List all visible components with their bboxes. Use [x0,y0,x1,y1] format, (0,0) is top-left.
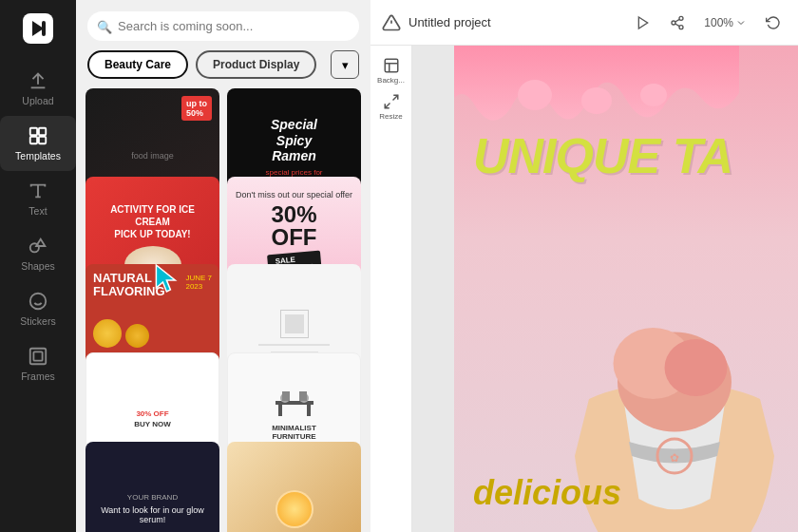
resize-label: Resize [379,112,402,121]
canvas-area: UNIQUE TA [412,46,798,532]
undo-icon [766,15,781,30]
svg-rect-17 [282,391,290,401]
sidebar: Upload Templates Text Shapes Stickers [0,0,76,532]
sidebar-item-frames[interactable]: Frames [0,336,76,391]
drip-decoration [454,46,739,141]
svg-line-25 [675,24,680,27]
svg-rect-13 [278,405,282,416]
svg-rect-5 [39,137,46,143]
svg-point-22 [679,16,683,20]
filter-bar: Beauty Care Product Display ▾ [76,50,370,88]
search-input[interactable] [87,11,359,41]
svg-point-30 [518,80,552,110]
background-label: Backg... [377,76,405,85]
play-button[interactable] [630,10,656,36]
app-logo[interactable] [19,10,57,48]
svg-rect-18 [299,391,307,401]
svg-rect-3 [39,128,46,135]
svg-point-32 [640,84,667,106]
sidebar-item-shapes[interactable]: Shapes [0,226,76,281]
svg-marker-21 [639,17,648,28]
play-icon [636,15,651,30]
background-tool[interactable]: Backg... [374,53,408,87]
canvas-header: Untitled project 100% [370,0,798,46]
search-icon: 🔍 [97,19,112,33]
svg-line-28 [392,95,397,100]
template-card[interactable]: YOUR BRAND Want to look for in our glow … [86,442,219,532]
svg-point-31 [581,87,612,114]
svg-line-29 [385,103,390,107]
chevron-down-icon: ▾ [342,58,349,72]
sidebar-item-upload[interactable]: Upload [0,61,76,116]
svg-rect-14 [307,405,311,416]
zoom-value: 100% [704,16,733,29]
canvas-preview: UNIQUE TA [454,46,798,532]
project-name: Untitled project [408,15,622,29]
svg-text:✿: ✿ [670,451,679,465]
svg-point-23 [672,21,675,25]
resize-tool[interactable]: Resize [374,89,408,124]
filter-dropdown-button[interactable]: ▾ [331,50,359,79]
filter-product-display[interactable]: Product Display [196,50,316,79]
canvas-controls: 100% [630,10,787,36]
canvas-tools: Backg... Resize [370,46,412,532]
svg-rect-12 [276,401,314,405]
svg-point-36 [665,339,728,396]
warning-icon [382,13,401,32]
canvas-panel: Untitled project 100% [370,0,798,532]
svg-rect-11 [33,352,42,360]
resize-icon [383,93,400,110]
sidebar-item-stickers[interactable]: Stickers [0,281,76,336]
sidebar-item-templates[interactable]: Templates [0,116,76,171]
svg-rect-4 [30,137,37,143]
undo-button[interactable] [760,10,787,36]
templates-grid: food image up to50% SpecialSpicyRamen sp… [76,88,370,532]
templates-panel: 🔍 Beauty Care Product Display ▾ food ima… [76,0,370,532]
share-icon [670,15,685,30]
zoom-selector[interactable]: 100% [698,12,752,33]
search-bar: 🔍 [76,0,370,50]
svg-rect-10 [30,349,47,365]
poster-subtitle: delicious [473,473,621,513]
svg-point-24 [679,25,683,28]
svg-point-7 [30,294,47,310]
sidebar-item-text[interactable]: Text [0,171,76,226]
filter-beauty-care[interactable]: Beauty Care [87,50,188,79]
template-card[interactable] [227,442,361,532]
background-icon [383,57,400,74]
share-button[interactable] [664,10,691,36]
chevron-down-icon [735,17,747,28]
svg-rect-2 [30,128,37,135]
svg-line-26 [675,19,680,22]
svg-rect-27 [385,59,398,72]
svg-rect-1 [42,21,46,36]
